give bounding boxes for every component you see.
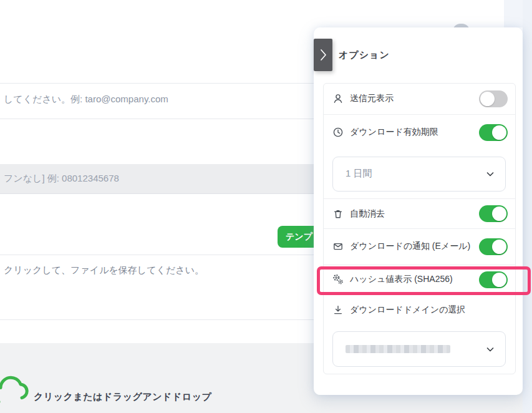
expiry-select-value: 1 日間 bbox=[346, 168, 485, 180]
option-row-download-notification: ダウンロードの通知 (Eメール) bbox=[324, 229, 515, 265]
option-label: ダウンロードドメインの選択 bbox=[350, 304, 465, 316]
email-field[interactable]: してください。例: taro@company.com bbox=[4, 94, 168, 105]
hash-display-toggle[interactable] bbox=[479, 271, 508, 288]
mail-icon bbox=[332, 241, 344, 252]
download-notification-toggle[interactable] bbox=[479, 238, 508, 255]
domain-select-redacted-value bbox=[346, 345, 485, 353]
chevron-right-icon bbox=[319, 48, 327, 62]
save-note-text: クリックして、ファイルを保存してください。 bbox=[4, 265, 204, 276]
user-icon bbox=[332, 93, 344, 104]
option-row-domain-selection: ダウンロードドメインの選択 bbox=[324, 294, 515, 319]
domain-select-wrapper bbox=[324, 319, 515, 374]
chevron-down-icon bbox=[485, 169, 495, 179]
option-row-auto-delete: 自動消去 bbox=[324, 199, 515, 229]
trash-icon bbox=[332, 208, 344, 220]
option-row-hash-display: ハッシュ値表示 (SHA256) bbox=[324, 265, 515, 295]
option-label: ハッシュ値表示 (SHA256) bbox=[350, 274, 453, 285]
option-label: ダウンロード有効期限 bbox=[350, 127, 438, 138]
auto-delete-toggle[interactable] bbox=[479, 205, 508, 222]
option-label: 送信元表示 bbox=[350, 93, 394, 104]
clock-icon bbox=[332, 127, 344, 138]
options-panel: オプション 送信元表示 ダウンロード有効期限 bbox=[314, 27, 523, 395]
domain-select[interactable] bbox=[332, 331, 506, 367]
expiry-select-wrapper: 1 日間 bbox=[324, 150, 515, 200]
sender-display-toggle[interactable] bbox=[479, 90, 508, 107]
panel-title: オプション bbox=[339, 39, 390, 71]
dropzone-label: クリックまたはドラッグアンドドロップ bbox=[34, 391, 211, 403]
expiry-select[interactable]: 1 日間 bbox=[332, 157, 506, 192]
option-label: ダウンロードの通知 (Eメール) bbox=[350, 241, 470, 252]
cloud-upload-icon bbox=[0, 374, 30, 413]
option-row-sender-display: 送信元表示 bbox=[324, 84, 515, 115]
option-label: 自動消去 bbox=[350, 208, 385, 220]
option-row-download-expiry: ダウンロード有効期限 bbox=[324, 115, 515, 150]
page-right-background bbox=[523, 0, 532, 413]
options-group: 送信元表示 ダウンロード有効期限 1 日間 bbox=[323, 83, 516, 374]
download-icon bbox=[332, 304, 344, 316]
gears-icon bbox=[332, 274, 344, 285]
phone-field-placeholder: フンなし] 例: 08012345678 bbox=[4, 173, 119, 185]
panel-collapse-button[interactable] bbox=[314, 39, 332, 71]
download-expiry-toggle[interactable] bbox=[479, 124, 508, 141]
chevron-down-icon bbox=[485, 344, 495, 354]
